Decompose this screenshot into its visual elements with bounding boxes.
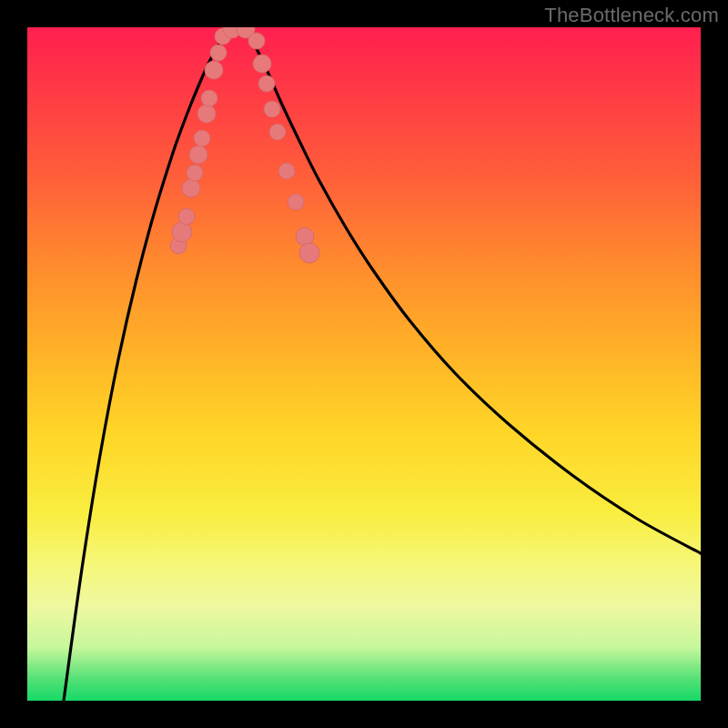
- right-curve-path: [246, 27, 701, 553]
- left-curve-path: [64, 27, 228, 701]
- marker-dot: [205, 61, 223, 79]
- marker-dot: [189, 146, 207, 164]
- marker-dot: [210, 45, 227, 61]
- marker-dot: [248, 33, 265, 49]
- watermark-text: TheBottleneck.com: [544, 4, 719, 27]
- marker-dot: [258, 76, 275, 92]
- marker-dot: [178, 208, 195, 225]
- marker-dot: [269, 124, 286, 140]
- marker-dot: [187, 165, 203, 181]
- curve-markers: [170, 27, 319, 263]
- marker-dot: [201, 90, 217, 106]
- marker-dot: [299, 243, 319, 263]
- marker-dot: [194, 130, 210, 147]
- marker-dot: [278, 163, 295, 179]
- left-curve-line: [64, 27, 228, 701]
- chart-svg: [27, 27, 701, 701]
- chart-frame: TheBottleneck.com: [0, 0, 728, 728]
- marker-dot: [197, 105, 216, 123]
- marker-dot: [172, 222, 192, 242]
- right-curve-line: [246, 27, 701, 553]
- marker-dot: [264, 101, 280, 117]
- marker-dot: [288, 194, 304, 210]
- plot-area: [27, 27, 701, 701]
- marker-dot: [253, 55, 271, 73]
- marker-dot: [182, 179, 200, 197]
